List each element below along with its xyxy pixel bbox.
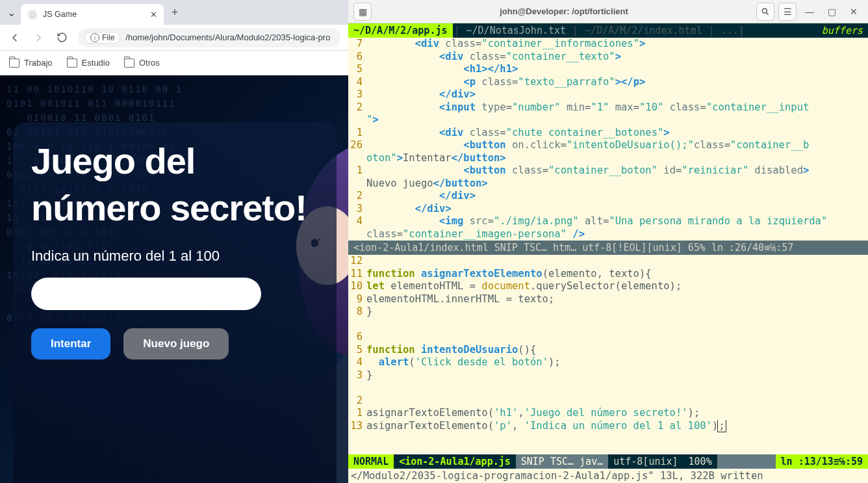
back-button[interactable] <box>8 31 22 45</box>
url-text: /home/john/Documents/Alura/Modulo2/2035-… <box>125 33 330 42</box>
file-chip-label: File <box>102 33 114 42</box>
vim-mode: NORMAL <box>348 454 394 469</box>
new-terminal-tab-button[interactable]: ▦ <box>353 3 372 21</box>
folder-icon <box>124 59 134 68</box>
browser-window: ⌄ ◌ JS Game ✕ + i File /home/john/Docume… <box>0 0 348 483</box>
bookmarks-bar: Trabajo Estudio Otros <box>0 51 348 75</box>
address-bar[interactable]: i File /home/john/Documents/Alura/Modulo… <box>78 28 340 47</box>
cursor-position: ln :13/13≡℅:59 <box>776 454 868 469</box>
tab-strip: ⌄ ◌ JS Game ✕ + <box>0 0 348 25</box>
guess-input[interactable] <box>31 278 261 310</box>
folder-icon <box>9 59 19 68</box>
vim-filename: <ion-2-Aula1/app.js <box>394 454 516 469</box>
vim-tab-active[interactable]: ~/D/A/M/2/app.js <box>348 23 453 38</box>
vim-lower-pane[interactable]: 12 11function asignarTextoElemento(eleme… <box>348 255 868 454</box>
game-card: Juego del número secreto! Indica un núme… <box>13 122 337 483</box>
page-viewport: 11 00 1010110 10 0110 00 1 0101 001011 0… <box>0 75 348 483</box>
vim-bufferline: ~/D/A/M/2/app.js | ~/D/NotasJohn.txt | ~… <box>348 23 868 38</box>
forward-button[interactable] <box>31 31 45 45</box>
search-icon[interactable] <box>756 3 774 21</box>
vim-tab-alt[interactable]: ~/D/NotasJohn.txt <box>461 23 572 38</box>
info-icon: i <box>90 33 99 42</box>
browser-tab[interactable]: ◌ JS Game ✕ <box>21 4 164 25</box>
browser-toolbar: i File /home/john/Documents/Alura/Modulo… <box>0 25 348 51</box>
vim-upper-status: <ion-2-Aula1/index.html SNIP TSC… htm… u… <box>348 241 868 255</box>
new-game-button[interactable]: Nuevo juego <box>123 328 229 359</box>
maximize-icon[interactable]: ▢ <box>823 3 841 21</box>
bookmark-trabajo[interactable]: Trabajo <box>9 58 53 68</box>
svg-point-2 <box>762 8 767 13</box>
try-button[interactable]: Intentar <box>31 328 110 359</box>
reload-button[interactable] <box>55 31 69 45</box>
close-tab-icon[interactable]: ✕ <box>150 10 157 19</box>
tab-search-icon[interactable]: ⌄ <box>4 5 18 20</box>
terminal-titlebar: ▦ john@Developer: /opt/forticlient ☰ — ▢… <box>348 0 868 23</box>
vim-upper-pane[interactable]: 7 <div class="container__informaciones">… <box>348 38 868 241</box>
close-window-icon[interactable]: ✕ <box>845 3 863 21</box>
vim-tab-dim[interactable]: ~/D/A/M/2/index.html <box>580 23 708 38</box>
tab-title: JS Game <box>43 10 145 19</box>
terminal-title: john@Developer: /opt/forticlient <box>500 7 628 16</box>
vim-lower-status: NORMAL <ion-2-Aula1/app.js SNIP TSC… jav… <box>348 454 868 469</box>
button-row: Intentar Nuevo juego <box>31 328 318 359</box>
folder-icon <box>67 59 77 68</box>
favicon-icon: ◌ <box>27 9 38 20</box>
game-subtitle: Indica un número del 1 al 100 <box>31 248 318 265</box>
vim-message-line: </Modulo2/2035-logica-programacion-2-Aul… <box>348 469 868 483</box>
file-origin-chip[interactable]: i File <box>84 32 120 44</box>
bookmark-estudio[interactable]: Estudio <box>67 58 110 68</box>
new-tab-button[interactable]: + <box>166 4 183 21</box>
bookmark-otros[interactable]: Otros <box>124 58 160 68</box>
hamburger-menu-icon[interactable]: ☰ <box>778 3 797 21</box>
vim-buffers-label: buffers <box>817 23 868 38</box>
terminal-window: ▦ john@Developer: /opt/forticlient ☰ — ▢… <box>348 0 868 483</box>
minimize-icon[interactable]: — <box>800 3 819 21</box>
vim-tab-more[interactable]: ...| <box>716 23 750 38</box>
game-title: Juego del número secreto! <box>31 138 318 231</box>
